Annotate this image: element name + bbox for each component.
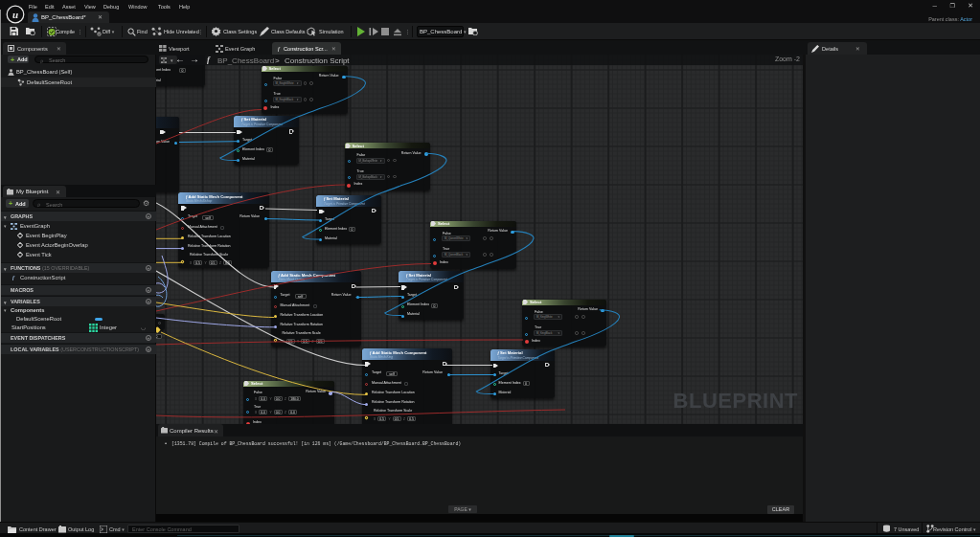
svg-text:u: u — [12, 9, 18, 20]
